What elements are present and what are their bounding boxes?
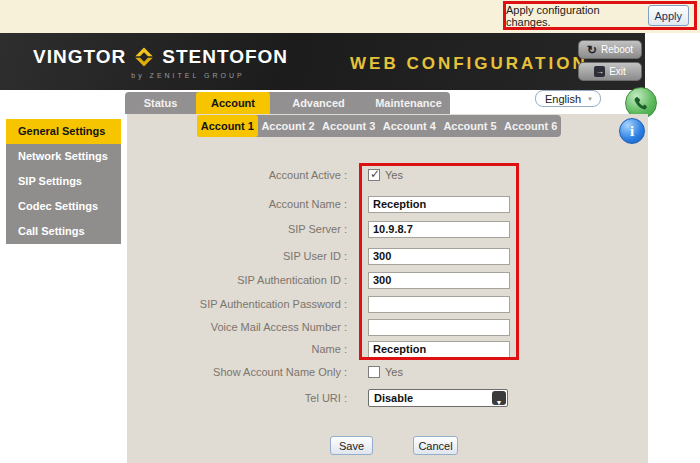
form-row-voice-mail: Voice Mail Access Number :: [127, 318, 510, 336]
header: VINGTOR STENTOFON by ZENITEL GROUP WEB C…: [0, 33, 645, 90]
tab-account-4[interactable]: Account 4: [379, 115, 440, 137]
sidebar-item-sip-settings[interactable]: SIP Settings: [6, 169, 121, 194]
reboot-label: Reboot: [601, 44, 633, 55]
chevron-down-icon: [492, 391, 506, 405]
account-active-label: Account Active :: [127, 169, 347, 181]
tab-account-3[interactable]: Account 3: [318, 115, 379, 137]
brand-tagline: by ZENITEL GROUP: [33, 72, 288, 79]
form-row-sip-auth-id: SIP Authentication ID :: [127, 271, 510, 289]
phone-icon: [632, 94, 650, 112]
account-active-checkbox[interactable]: [368, 169, 380, 181]
apply-changes-message: Apply configuration changes.: [506, 4, 639, 28]
sip-auth-id-input[interactable]: [368, 272, 510, 289]
sidebar: General Settings Network Settings SIP Se…: [6, 119, 121, 244]
exit-icon: [594, 66, 605, 77]
name-input[interactable]: [368, 341, 510, 358]
brand-logo: VINGTOR STENTOFON by ZENITEL GROUP: [33, 44, 288, 79]
name-label: Name :: [127, 343, 347, 355]
form-row-sip-server: SIP Server :: [127, 220, 510, 238]
apply-button[interactable]: Apply: [648, 5, 689, 26]
tel-uri-selected-value: Disable: [374, 392, 492, 404]
sip-user-id-input[interactable]: [368, 248, 510, 265]
brand-name-right: STENTOFON: [162, 46, 288, 68]
account-active-option-label: Yes: [385, 169, 403, 181]
account-name-label: Account Name :: [127, 198, 347, 210]
tab-account-6[interactable]: Account 6: [500, 115, 561, 137]
content-panel: Account 1 Account 2 Account 3 Account 4 …: [127, 114, 648, 463]
form-row-sip-user-id: SIP User ID :: [127, 247, 510, 265]
show-account-name-label: Show Account Name Only :: [127, 366, 347, 378]
sip-auth-password-label: SIP Authentication Password :: [127, 298, 347, 310]
form-row-account-active: Account Active : Yes: [127, 166, 403, 184]
tel-uri-label: Tel URI :: [127, 392, 347, 404]
sidebar-item-network-settings[interactable]: Network Settings: [6, 144, 121, 169]
voice-mail-label: Voice Mail Access Number :: [127, 321, 347, 333]
sidebar-item-call-settings[interactable]: Call Settings: [6, 219, 121, 244]
tab-advanced-settings[interactable]: Advanced Settings: [270, 92, 367, 114]
main-tab-bar: Status Account Advanced Settings Mainten…: [125, 92, 450, 114]
form-row-name: Name :: [127, 340, 510, 358]
chevron-down-icon: [587, 96, 593, 102]
save-button[interactable]: Save: [330, 436, 373, 455]
exit-button[interactable]: Exit: [578, 62, 642, 81]
tab-account-2[interactable]: Account 2: [258, 115, 319, 137]
sip-server-label: SIP Server :: [127, 223, 347, 235]
form-row-account-name: Account Name :: [127, 195, 510, 213]
language-select[interactable]: English: [535, 90, 601, 107]
show-account-name-option-label: Yes: [385, 366, 403, 378]
exit-label: Exit: [609, 66, 626, 77]
tab-account[interactable]: Account: [196, 92, 270, 114]
notification-bar: Apply configuration changes. Apply: [0, 0, 700, 33]
form-row-tel-uri: Tel URI : Disable: [127, 389, 508, 407]
reboot-icon: [587, 44, 597, 56]
page-title: WEB CONFIGURATION: [350, 54, 588, 74]
sidebar-item-codec-settings[interactable]: Codec Settings: [6, 194, 121, 219]
voice-mail-input[interactable]: [368, 319, 510, 336]
sip-server-input[interactable]: [368, 221, 510, 238]
form-row-show-account-name: Show Account Name Only : Yes: [127, 363, 403, 381]
tel-uri-select[interactable]: Disable: [368, 389, 508, 407]
sip-user-id-label: SIP User ID :: [127, 250, 347, 262]
apply-changes-highlight: Apply configuration changes. Apply: [503, 1, 697, 30]
tab-status[interactable]: Status: [125, 92, 196, 114]
info-button[interactable]: [619, 118, 645, 144]
brand-logo-icon: [131, 44, 157, 70]
language-selected-value: English: [545, 93, 587, 105]
tab-account-5[interactable]: Account 5: [440, 115, 501, 137]
sip-auth-id-label: SIP Authentication ID :: [127, 274, 347, 286]
show-account-name-checkbox[interactable]: [368, 366, 380, 378]
web-configuration-page: Apply configuration changes. Apply VINGT…: [0, 0, 700, 463]
tab-maintenance[interactable]: Maintenance: [367, 92, 450, 114]
sidebar-item-general-settings[interactable]: General Settings: [6, 119, 121, 144]
reboot-button[interactable]: Reboot: [578, 40, 642, 59]
brand-name-left: VINGTOR: [33, 46, 126, 68]
account-tab-bar: Account 1 Account 2 Account 3 Account 4 …: [197, 115, 561, 137]
tab-account-1[interactable]: Account 1: [197, 115, 258, 137]
form-row-sip-auth-password: SIP Authentication Password :: [127, 295, 510, 313]
sip-auth-password-input[interactable]: [368, 296, 510, 313]
account-name-input[interactable]: [368, 196, 510, 213]
cancel-button[interactable]: Cancel: [413, 436, 458, 455]
